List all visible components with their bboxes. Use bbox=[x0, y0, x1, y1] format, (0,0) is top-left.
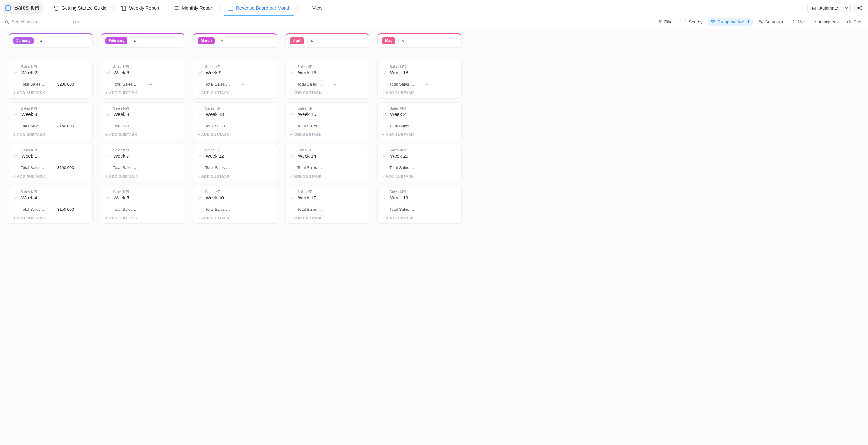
check-icon[interactable] bbox=[13, 112, 18, 117]
list-title-chip[interactable]: Sales KPI bbox=[3, 2, 43, 13]
me-button[interactable]: Me bbox=[788, 18, 806, 26]
task-card[interactable]: Sales KPIWeek 4Total Sales …$150,000ADD … bbox=[9, 186, 93, 224]
add-subtask-button[interactable]: ADD SUBTASK bbox=[290, 216, 365, 220]
check-icon[interactable] bbox=[105, 195, 111, 200]
group-by-button[interactable]: Group by: Month bbox=[708, 18, 753, 26]
check-icon[interactable] bbox=[382, 153, 387, 159]
add-subtask-button[interactable]: ADD SUBTASK bbox=[290, 91, 365, 95]
tab-getting-started[interactable]: Getting Started Guide bbox=[49, 0, 110, 16]
more-options-button[interactable]: ••• bbox=[70, 18, 82, 26]
share-button[interactable] bbox=[855, 3, 865, 13]
top-tab-bar: Sales KPI Getting Started Guide Weekly R… bbox=[0, 0, 868, 16]
column-cards: Sales KPIWeek 9Total Sales …–ADD SUBTASK… bbox=[193, 61, 277, 224]
add-subtask-button[interactable]: ADD SUBTASK bbox=[198, 216, 273, 220]
task-card[interactable]: Sales KPIWeek 17Total Sales …–ADD SUBTAS… bbox=[285, 186, 369, 224]
column-count-badge: 4 bbox=[130, 38, 139, 44]
check-icon[interactable] bbox=[13, 195, 18, 200]
task-title: Week 10 bbox=[206, 195, 224, 200]
add-subtask-button[interactable]: ADD SUBTASK bbox=[13, 133, 88, 137]
check-icon[interactable] bbox=[105, 112, 111, 117]
add-subtask-button[interactable]: ADD SUBTASK bbox=[290, 174, 365, 179]
check-icon[interactable] bbox=[382, 70, 387, 75]
board-scroll[interactable]: January4Sales KPIWeek 2Total Sales …$200… bbox=[0, 28, 868, 445]
add-subtask-button[interactable]: ADD SUBTASK bbox=[382, 174, 457, 179]
task-card[interactable]: Sales KPIWeek 2Total Sales …$200,000ADD … bbox=[9, 61, 93, 99]
column-header[interactable]: April4 bbox=[285, 33, 369, 47]
column-header[interactable]: February4 bbox=[101, 33, 185, 47]
add-subtask-button[interactable]: ADD SUBTASK bbox=[105, 91, 180, 95]
task-card[interactable]: Sales KPIWeek 10Total Sales …–ADD SUBTAS… bbox=[193, 186, 277, 224]
tab-weekly-report[interactable]: Weekly Report bbox=[117, 0, 163, 16]
check-icon[interactable] bbox=[198, 112, 203, 117]
column-header[interactable]: May5 bbox=[377, 33, 462, 47]
task-card[interactable]: Sales KPIWeek 6Total Sales …–ADD SUBTASK bbox=[101, 61, 185, 99]
check-icon[interactable] bbox=[290, 195, 295, 200]
check-icon[interactable] bbox=[198, 70, 203, 75]
add-subtask-button[interactable]: ADD SUBTASK bbox=[198, 174, 273, 179]
automate-button[interactable]: Automate bbox=[808, 3, 842, 13]
list-title: Sales KPI bbox=[14, 5, 40, 11]
field-value-empty: – bbox=[426, 82, 428, 87]
task-card[interactable]: Sales KPIWeek 16Total Sales …–ADD SUBTAS… bbox=[285, 61, 369, 99]
task-card[interactable]: Sales KPIWeek 8Total Sales …–ADD SUBTASK bbox=[101, 102, 185, 140]
task-card[interactable]: Sales KPIWeek 12Total Sales …–ADD SUBTAS… bbox=[193, 144, 277, 182]
check-icon[interactable] bbox=[105, 153, 111, 159]
check-icon[interactable] bbox=[290, 153, 295, 159]
field-label: Total Sales … bbox=[21, 82, 57, 87]
check-icon[interactable] bbox=[105, 70, 111, 75]
add-subtask-button[interactable]: ADD SUBTASK bbox=[13, 174, 88, 179]
column-count-badge: 5 bbox=[218, 38, 226, 44]
check-icon[interactable] bbox=[290, 70, 295, 75]
task-project-label: Sales KPI bbox=[290, 106, 365, 111]
check-icon[interactable] bbox=[13, 153, 18, 159]
filter-button[interactable]: Filter bbox=[655, 18, 677, 26]
add-subtask-button[interactable]: ADD SUBTASK bbox=[105, 133, 180, 137]
tab-monthly-report[interactable]: Monthly Report bbox=[169, 0, 217, 16]
show-button[interactable]: Sho bbox=[844, 18, 864, 26]
sort-button[interactable]: Sort by bbox=[680, 18, 705, 26]
field-value-empty: – bbox=[149, 165, 152, 170]
add-subtask-button[interactable]: ADD SUBTASK bbox=[13, 91, 88, 95]
check-icon[interactable] bbox=[198, 153, 203, 159]
task-card[interactable]: Sales KPIWeek 13Total Sales …–ADD SUBTAS… bbox=[193, 102, 277, 140]
tab-label: Weekly Report bbox=[129, 5, 159, 10]
add-subtask-button[interactable]: ADD SUBTASK bbox=[382, 91, 457, 95]
add-subtask-button[interactable]: ADD SUBTASK bbox=[198, 91, 273, 95]
check-icon[interactable] bbox=[198, 195, 203, 200]
assignees-button[interactable]: Assignees bbox=[809, 18, 841, 26]
add-view-button[interactable]: View bbox=[301, 0, 326, 16]
task-card[interactable]: Sales KPIWeek 14Total Sales …–ADD SUBTAS… bbox=[285, 144, 369, 182]
tab-revenue-board[interactable]: Revenue Board per Month bbox=[224, 0, 294, 16]
check-icon[interactable] bbox=[382, 195, 387, 200]
task-project-label: Sales KPI bbox=[198, 190, 273, 194]
column-count-badge: 4 bbox=[37, 38, 45, 44]
task-card[interactable]: Sales KPIWeek 3Total Sales …$150,000ADD … bbox=[9, 102, 93, 140]
search-input[interactable] bbox=[12, 20, 67, 25]
add-subtask-button[interactable]: ADD SUBTASK bbox=[105, 216, 180, 220]
field-label: Total Sales … bbox=[390, 124, 426, 128]
check-icon[interactable] bbox=[290, 112, 295, 117]
field-value-empty: – bbox=[334, 124, 336, 128]
add-subtask-button[interactable]: ADD SUBTASK bbox=[198, 133, 273, 137]
check-icon[interactable] bbox=[13, 70, 18, 75]
task-card[interactable]: Sales KPIWeek 5Total Sales …–ADD SUBTASK bbox=[101, 186, 185, 224]
column-header[interactable]: January4 bbox=[9, 33, 93, 47]
task-card[interactable]: Sales KPIWeek 21Total Sales …–ADD SUBTAS… bbox=[377, 102, 462, 140]
field-value-empty: – bbox=[242, 124, 244, 128]
add-subtask-button[interactable]: ADD SUBTASK bbox=[13, 216, 88, 220]
add-subtask-button[interactable]: ADD SUBTASK bbox=[105, 174, 180, 179]
task-card[interactable]: Sales KPIWeek 18Total Sales …–ADD SUBTAS… bbox=[377, 61, 462, 99]
task-card[interactable]: Sales KPIWeek 19Total Sales …–ADD SUBTAS… bbox=[377, 186, 462, 224]
task-card[interactable]: Sales KPIWeek 15Total Sales …–ADD SUBTAS… bbox=[285, 102, 369, 140]
subtasks-button[interactable]: Subtasks bbox=[756, 18, 785, 26]
task-card[interactable]: Sales KPIWeek 20Total Sales …–ADD SUBTAS… bbox=[377, 144, 462, 182]
add-subtask-button[interactable]: ADD SUBTASK bbox=[382, 133, 457, 137]
add-subtask-button[interactable]: ADD SUBTASK bbox=[382, 216, 457, 220]
column-header[interactable]: March5 bbox=[193, 33, 277, 47]
task-card[interactable]: Sales KPIWeek 1Total Sales …$100,000ADD … bbox=[9, 144, 93, 182]
task-card[interactable]: Sales KPIWeek 7Total Sales …–ADD SUBTASK bbox=[101, 144, 185, 182]
add-subtask-button[interactable]: ADD SUBTASK bbox=[290, 133, 365, 137]
check-icon[interactable] bbox=[382, 112, 387, 117]
automate-caret-button[interactable] bbox=[842, 3, 850, 13]
task-card[interactable]: Sales KPIWeek 9Total Sales …–ADD SUBTASK bbox=[193, 61, 277, 99]
